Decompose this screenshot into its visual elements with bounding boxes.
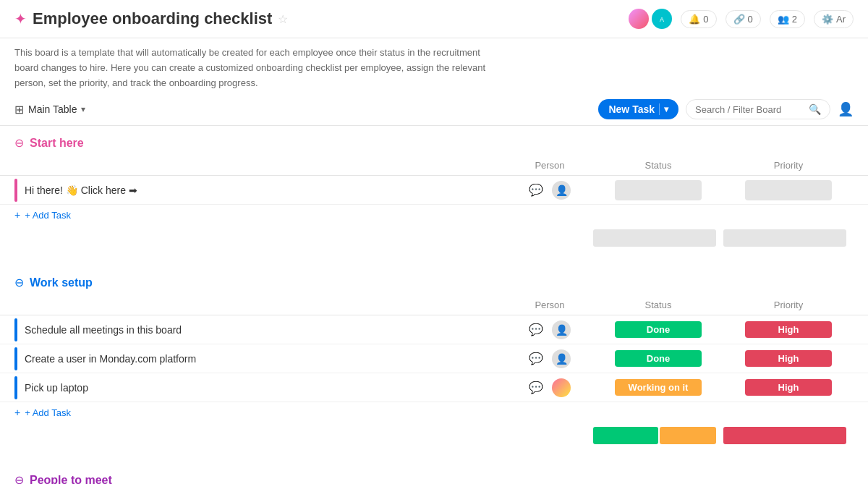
person-avatar-default: 👤 [552, 320, 571, 339]
task-status-cell[interactable]: Done [593, 350, 723, 367]
filter-person-icon[interactable]: 👤 [838, 101, 854, 117]
task-name[interactable]: Hi there! 👋 Click here ➡ [25, 182, 506, 199]
status-badge-empty[interactable] [615, 180, 702, 200]
task-person-cell: 💬 👤 [506, 349, 593, 368]
priority-badge-empty[interactable] [745, 180, 832, 200]
summary-status-empty-bar [593, 229, 716, 247]
add-task-work-setup[interactable]: + + Add Task [0, 402, 868, 423]
col-status-header: Status [593, 156, 723, 175]
toolbar-right: New Task ▾ 🔍 👤 [598, 99, 854, 119]
persons-icon: 👥 [778, 14, 789, 25]
group-people-to-meet-header: ⊖ People to meet [0, 463, 868, 484]
comment-icon[interactable]: 💬 [529, 381, 543, 394]
person-count-button[interactable]: 👥 2 [770, 10, 805, 28]
group-toggle-start-here[interactable]: ⊖ [14, 136, 24, 150]
summary-status-bar [593, 229, 723, 247]
status-badge-done[interactable]: Done [615, 350, 702, 367]
summary-high-bar [723, 427, 846, 444]
priority-badge-high[interactable]: High [745, 379, 832, 396]
row-color-bar [14, 376, 17, 399]
add-task-start-here[interactable]: + + Add Task [0, 205, 868, 225]
settings-icon: ⚙️ [822, 14, 833, 25]
task-priority-cell[interactable]: High [723, 379, 854, 396]
summary-priority-empty-bar [723, 229, 846, 247]
main-content: ⊖ Start here Person Status Priority Hi t… [0, 126, 868, 484]
task-person-cell: 💬 👤 [506, 181, 593, 200]
group-people-to-meet: ⊖ People to meet Person Status Priority … [0, 463, 868, 484]
row-color-bar [14, 318, 17, 341]
group-work-setup: ⊖ Work setup Person Status Priority Sche… [0, 266, 868, 449]
group-title-work-setup: Work setup [30, 276, 93, 289]
bell-count: 0 [703, 14, 708, 25]
add-task-label: + Add Task [25, 210, 71, 221]
settings-label: Ar [836, 14, 846, 25]
group-title-people: People to meet [30, 474, 112, 484]
status-badge-working[interactable]: Working on it [615, 379, 702, 396]
table-name-label[interactable]: Main Table [28, 103, 77, 115]
person-avatar [552, 378, 571, 397]
add-task-label: + Add Task [25, 407, 71, 418]
comment-icon[interactable]: 💬 [529, 352, 543, 365]
clock-count: 0 [748, 14, 753, 25]
toolbar-left: ⊞ Main Table ▾ [14, 103, 85, 116]
task-name[interactable]: Schedule all meetings in this board [25, 321, 506, 339]
task-status-cell[interactable] [593, 180, 723, 200]
task-priority-cell[interactable] [723, 180, 854, 200]
group-toggle-people[interactable]: ⊖ [14, 473, 24, 484]
task-person-cell: 💬 👤 [506, 320, 593, 339]
search-icon: 🔍 [809, 103, 821, 115]
group-toggle-work-setup[interactable]: ⊖ [14, 276, 24, 289]
svg-text:A: A [660, 16, 664, 23]
task-priority-cell[interactable]: High [723, 350, 854, 367]
table-row: Pick up laptop 💬 Working on it High [0, 373, 868, 402]
star-icon[interactable]: ☆ [278, 12, 288, 26]
group-start-here-header: ⊖ Start here [0, 126, 868, 156]
task-status-cell[interactable]: Working on it [593, 379, 723, 396]
settings-button[interactable]: ⚙️ Ar [814, 10, 854, 28]
task-status-cell[interactable]: Done [593, 321, 723, 338]
board-description: This board is a template that will autom… [0, 38, 506, 93]
task-name[interactable]: Pick up laptop [25, 379, 506, 396]
summary-priority-bar [723, 229, 854, 247]
group-start-here-columns: Person Status Priority [0, 156, 868, 176]
comment-icon[interactable]: 💬 [529, 183, 543, 197]
new-task-button[interactable]: New Task ▾ [598, 99, 678, 119]
new-task-label: New Task [608, 103, 655, 115]
search-input[interactable] [695, 104, 804, 115]
summary-row-start-here [10, 225, 868, 251]
col-person-header: Person [506, 156, 593, 175]
summary-done-bar [593, 427, 658, 444]
board-title: Employee onboarding checklist [33, 9, 272, 28]
avatar-group: A [629, 9, 672, 29]
person-avatar-default: 👤 [552, 181, 571, 200]
person-avatar-default: 👤 [552, 349, 571, 368]
search-box: 🔍 [686, 99, 830, 119]
priority-badge-high[interactable]: High [745, 321, 832, 338]
table-row: Schedule all meetings in this board 💬 👤 … [0, 315, 868, 344]
add-task-icon: + [14, 209, 20, 221]
bell-button[interactable]: 🔔 0 [681, 10, 716, 28]
status-badge-done[interactable]: Done [615, 321, 702, 338]
group-start-here: ⊖ Start here Person Status Priority Hi t… [0, 126, 868, 251]
task-person-cell: 💬 [506, 378, 593, 397]
summary-row-work-setup [10, 423, 868, 449]
clock-button[interactable]: 🔗 0 [726, 10, 761, 28]
task-priority-cell[interactable]: High [723, 321, 854, 338]
button-divider [659, 103, 660, 115]
toolbar: ⊞ Main Table ▾ New Task ▾ 🔍 👤 [0, 93, 868, 126]
col-priority-header: Priority [723, 156, 854, 175]
table-chevron-icon[interactable]: ▾ [81, 104, 85, 114]
avatar-circle: A [652, 9, 672, 29]
summary-status-ws [593, 427, 723, 444]
group-work-setup-header: ⊖ Work setup [0, 266, 868, 295]
row-color-bar [14, 347, 17, 370]
comment-icon[interactable]: 💬 [529, 323, 543, 336]
task-name[interactable]: Create a user in Monday.com platform [25, 350, 506, 368]
priority-badge-high[interactable]: High [745, 350, 832, 367]
header-left: ✦ Employee onboarding checklist ☆ [14, 9, 629, 28]
col-status-header-ws: Status [593, 295, 723, 315]
col-priority-header-ws: Priority [723, 295, 854, 315]
group-work-setup-columns: Person Status Priority [0, 295, 868, 315]
summary-priority-ws [723, 427, 854, 444]
bell-icon: 🔔 [689, 14, 700, 25]
